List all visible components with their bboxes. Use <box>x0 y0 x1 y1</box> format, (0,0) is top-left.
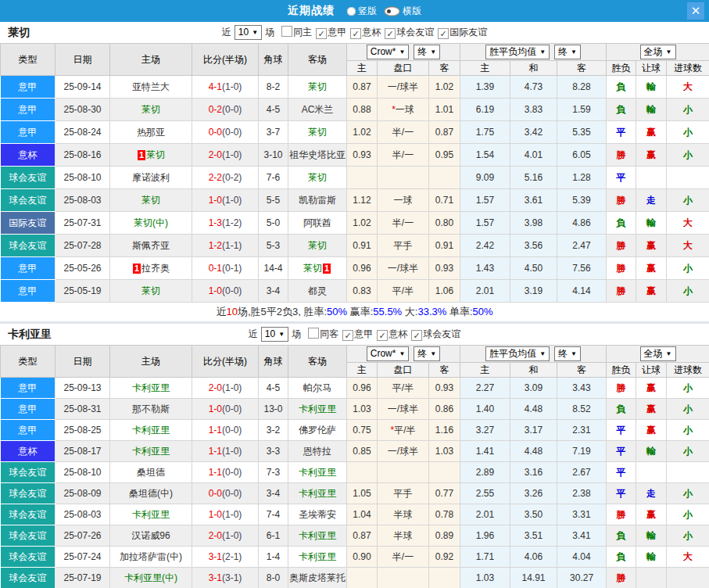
avg-home: 1.57 <box>460 212 510 235</box>
avg-final-select[interactable]: 终▼ <box>554 346 581 361</box>
handicap-line: 一/球半 <box>378 441 429 462</box>
odds-final-select[interactable]: 终▼ <box>414 346 440 361</box>
sub-column-header: 主 <box>347 61 378 76</box>
chevron-down-icon: ▼ <box>399 350 405 357</box>
vertical-layout-radio[interactable] <box>347 7 356 16</box>
filter-checkbox-同主[interactable]: 同主 <box>281 27 312 38</box>
avg-away: 3.43 <box>557 378 607 399</box>
goals-cell: 大 <box>667 235 709 257</box>
avg-draw: 3.56 <box>510 235 557 257</box>
layout-toggle: 竖版 横版 <box>342 5 421 18</box>
home-team: 摩诺波利 <box>110 167 192 189</box>
filter-checkbox-国际友谊[interactable]: ✓国际友谊 <box>438 27 487 38</box>
away-team: 卡利亚里 <box>288 483 347 504</box>
odds-away: 1.02 <box>429 76 460 99</box>
handicap-result-cell: 赢 <box>636 144 667 167</box>
home-team: 桑坦德(中) <box>110 483 192 504</box>
sub-column-header: 主 <box>347 363 378 378</box>
card-badge: 1 <box>138 150 145 160</box>
home-team: 卡利亚里 <box>110 420 192 441</box>
match-type-cell: 球会友谊 <box>1 525 56 547</box>
avg-final-select[interactable]: 终▼ <box>554 45 581 59</box>
odds-home: 0.96 <box>347 378 378 399</box>
result-cell: 平 <box>607 121 636 144</box>
corners-cell: 3-2 <box>259 420 288 441</box>
close-icon[interactable]: ✕ <box>687 2 704 20</box>
score-cell: 3-1(2-1) <box>192 547 259 568</box>
home-team: 莱切 <box>110 280 192 303</box>
handicap-result-cell: 赢 <box>636 378 667 399</box>
avg-type-select[interactable]: 胜平负均值▼ <box>485 45 550 59</box>
result-cell: 勝 <box>607 235 636 257</box>
goals-cell: 小 <box>667 399 709 420</box>
handicap-line: 半/一 <box>378 547 429 568</box>
odds-home: 1.05 <box>347 483 378 504</box>
away-team: 奥斯皮塔莱托 <box>288 568 347 588</box>
goals-cell: 小 <box>667 99 709 121</box>
match-row: 意甲25-08-30莱切0-2(0-0)4-5AC米兰0.88*一球1.016.… <box>1 99 709 121</box>
filter-checkbox-意甲[interactable]: ✓意甲 <box>316 27 346 38</box>
match-row: 意甲25-09-14亚特兰大4-1(1-0)8-2莱切0.87一/球半1.021… <box>1 76 709 99</box>
match-date: 25-08-17 <box>56 441 110 462</box>
home-team: 斯佩齐亚 <box>110 235 192 257</box>
titlebar: 近期战绩 竖版 横版 ✕ <box>0 0 709 22</box>
avg-draw: 4.50 <box>510 257 557 280</box>
filter-checkbox-球会友谊[interactable]: ✓球会友谊 <box>385 27 434 38</box>
avg-home: 1.75 <box>460 121 510 144</box>
match-date: 25-05-19 <box>56 280 110 303</box>
avg-type-select[interactable]: 胜平负均值▼ <box>485 346 550 361</box>
match-row: 意甲25-08-25卡利亚里1-1(0-0)3-2佛罗伦萨0.75*平/半1.1… <box>1 420 709 441</box>
match-count-select[interactable]: 10▼ <box>235 25 262 40</box>
match-scope-select[interactable]: 全场▼ <box>640 45 676 59</box>
away-team: 莱切 <box>288 235 347 257</box>
column-header: 类型 <box>1 346 56 378</box>
filter-checkbox-意甲[interactable]: ✓意甲 <box>342 328 373 339</box>
avg-draw: 4.01 <box>510 144 557 167</box>
corners-cell: 3-7 <box>259 121 288 144</box>
corners-cell: 5-3 <box>259 235 288 257</box>
odds-home: 0.85 <box>347 441 378 462</box>
match-scope-select[interactable]: 全场▼ <box>640 346 676 361</box>
competition-filters: 同客✓意甲✓意杯✓球会友谊 <box>304 328 460 341</box>
sub-column-header: 客 <box>429 363 460 378</box>
home-team: 桑坦德 <box>110 462 192 483</box>
avg-draw: 3.50 <box>510 504 557 525</box>
odds-home: 0.88 <box>347 99 378 121</box>
corners-cell: 8-2 <box>259 76 288 99</box>
avg-home: 1.57 <box>460 189 510 212</box>
match-date: 25-08-09 <box>56 483 110 504</box>
filter-checkbox-同客[interactable]: 同客 <box>308 328 338 339</box>
score-cell: 1-0(0-0) <box>192 280 259 303</box>
odds-home: 0.96 <box>347 257 378 280</box>
odds-away: 0.93 <box>429 257 460 280</box>
corners-cell: 3-3 <box>259 441 288 462</box>
score-cell: 3-1(3-1) <box>192 568 259 588</box>
matches-label: 场 <box>265 26 274 39</box>
match-row: 球会友谊25-07-26汉诺威962-0(1-0)6-1卡利亚里0.87半球0.… <box>1 525 709 547</box>
avg-draw: 4.73 <box>510 76 557 99</box>
filter-checkbox-意杯[interactable]: ✓意杯 <box>377 328 407 339</box>
match-row: 球会友谊25-07-28斯佩齐亚1-2(1-1)5-3莱切0.91平手0.912… <box>1 235 709 257</box>
horizontal-layout-radio[interactable] <box>384 6 400 16</box>
filter-checkbox-球会友谊[interactable]: ✓球会友谊 <box>411 328 460 339</box>
odds-home: 0.75 <box>347 420 378 441</box>
handicap-result-cell: 赢 <box>636 121 667 144</box>
checkbox-icon: ✓ <box>438 28 449 39</box>
corners-cell: 3-10 <box>259 144 288 167</box>
match-date: 25-08-10 <box>56 167 110 189</box>
home-team: 卡利亚里 <box>110 378 192 399</box>
score-cell: 1-2(1-1) <box>192 235 259 257</box>
filter-checkbox-意杯[interactable]: ✓意杯 <box>350 27 381 38</box>
odds-company-select[interactable]: Crow*▼ <box>367 45 410 59</box>
match-count-select[interactable]: 10▼ <box>261 327 288 342</box>
match-row: 球会友谊25-08-09桑坦德(中)0-0(0-0)3-4卡利亚里1.05平手0… <box>1 483 709 504</box>
column-header: 角球 <box>259 44 288 76</box>
match-type-cell: 球会友谊 <box>1 462 56 483</box>
odds-company-select[interactable]: Crow*▼ <box>367 346 410 361</box>
column-header: 角球 <box>259 346 288 378</box>
handicap-result-cell: 輸 <box>636 212 667 235</box>
header-select-group: Crow*▼终▼ <box>347 346 460 363</box>
away-team: 凯勒雷斯 <box>288 189 347 212</box>
odds-final-select[interactable]: 终▼ <box>414 45 440 59</box>
handicap-result-cell: 輸 <box>636 547 667 568</box>
